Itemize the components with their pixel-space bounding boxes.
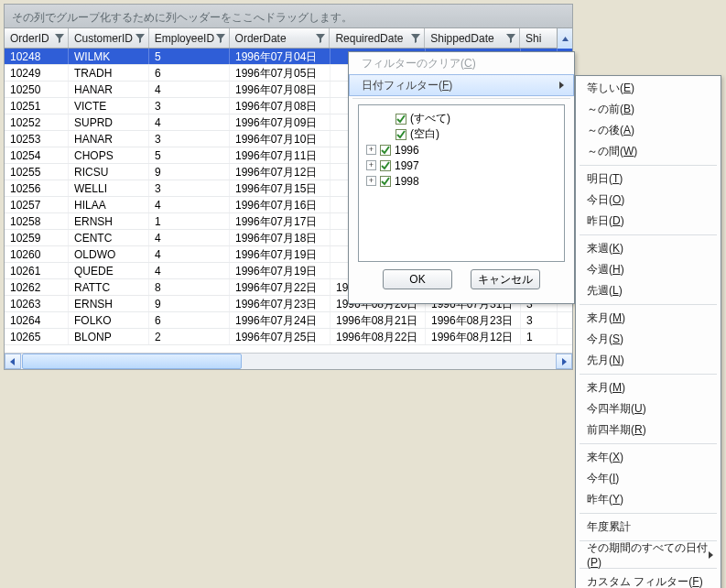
tree-item-1996[interactable]: + 1996 [363, 142, 560, 158]
table-row[interactable]: 10264FOLKO61996年07月24日1996年08月21日1996年08… [5, 312, 572, 329]
menu-item-label: 前四半期(R) [587, 422, 646, 438]
submenu-item[interactable]: 先月(N) [576, 350, 721, 371]
scroll-up-button[interactable] [557, 28, 572, 49]
tree-item-blank[interactable]: (空白) [363, 126, 560, 142]
cell: 1996年07月25日 [230, 329, 330, 344]
column-header-orderdate[interactable]: OrderDate [230, 28, 330, 48]
button-label: OK [409, 273, 425, 286]
cell: 3 [149, 180, 230, 196]
submenu-item[interactable]: 年度累計 [576, 517, 721, 538]
cell: HILAA [69, 197, 149, 212]
cell: 10252 [5, 114, 69, 130]
submenu-item[interactable]: 明日(T) [576, 169, 721, 190]
menu-item-label: 来月(M) [587, 310, 625, 326]
table-row[interactable]: 10265BLONP21996年07月25日1996年08月22日1996年08… [5, 329, 572, 345]
column-header-label: OrderID [10, 32, 49, 45]
cell: HANAR [69, 82, 149, 97]
submenu-item[interactable]: 前四半期(R) [576, 419, 721, 441]
expand-icon[interactable]: + [366, 160, 376, 170]
submenu-item[interactable]: 今年(I) [576, 468, 721, 489]
tree-item-1998[interactable]: + 1998 [363, 173, 560, 189]
filter-popup: フィルターのクリア(C) 日付フィルター(F) (すべて) (空白) + 199… [348, 51, 575, 304]
cell: 1996年07月18日 [230, 230, 330, 245]
cell: 10265 [5, 329, 69, 344]
menu-item-label: ～の間(W) [587, 144, 637, 159]
submenu-item[interactable]: 来月(M) [576, 308, 721, 329]
tree-item-label: 1998 [395, 175, 419, 188]
horizontal-scrollbar[interactable] [5, 353, 572, 369]
menu-item-label: 年度累計 [587, 519, 631, 535]
submenu-item[interactable]: 来週(K) [576, 238, 721, 259]
date-filter-menu-item[interactable]: 日付フィルター(F) [349, 74, 574, 96]
column-header-employeeid[interactable]: EmployeeID [149, 28, 230, 48]
tree-item-1997[interactable]: + 1997 [363, 158, 560, 173]
cell: SUPRD [69, 114, 149, 130]
submenu-item[interactable]: 来月(M) [576, 377, 721, 398]
menu-item-label: フィルターのクリア(C) [362, 56, 476, 71]
checked-checkbox-icon[interactable] [380, 176, 391, 187]
ok-button[interactable]: OK [383, 269, 452, 289]
cell: 1996年07月12日 [230, 164, 330, 180]
submenu-item[interactable]: ～の後(A) [576, 120, 721, 141]
expand-icon[interactable]: + [366, 145, 376, 155]
submenu-item[interactable]: 今週(H) [576, 259, 721, 280]
scroll-right-button[interactable] [556, 354, 572, 369]
filter-icon[interactable] [506, 34, 515, 43]
submenu-item[interactable]: 昨日(D) [576, 211, 721, 232]
scroll-left-button[interactable] [5, 354, 21, 369]
clear-filter-menu-item: フィルターのクリア(C) [349, 52, 574, 74]
filter-icon[interactable] [55, 34, 64, 43]
cell: 1996年07月23日 [230, 296, 330, 311]
column-header-ship[interactable]: Shi [520, 28, 557, 48]
filter-icon[interactable] [316, 34, 325, 43]
cell: 1996年07月17日 [230, 213, 330, 229]
submenu-item[interactable]: その期間のすべての日付(P) [576, 544, 721, 565]
submenu-item[interactable]: 今四半期(U) [576, 398, 721, 419]
submenu-item[interactable]: カスタム フィルター(F) [576, 572, 721, 588]
menu-item-label: ～の前(B) [587, 102, 634, 117]
scroll-thumb[interactable] [22, 354, 242, 369]
checked-checkbox-icon[interactable] [380, 145, 391, 156]
checked-checkbox-icon[interactable] [396, 114, 406, 125]
tree-item-all[interactable]: (すべて) [363, 111, 560, 126]
menu-item-label: カスタム フィルター(F) [587, 574, 703, 588]
submenu-item[interactable]: 先週(L) [576, 280, 721, 301]
chevron-right-icon [559, 82, 564, 89]
cell: 4 [149, 114, 230, 130]
cell: 1996年07月22日 [230, 279, 330, 295]
submenu-item[interactable]: 等しい(E) [576, 78, 721, 99]
cell: BLONP [69, 329, 149, 344]
menu-item-label: 今月(S) [587, 332, 623, 347]
cancel-button[interactable]: キャンセル [471, 269, 540, 289]
checked-checkbox-icon[interactable] [380, 160, 391, 171]
cell: 1996年07月11日 [230, 147, 330, 163]
submenu-item[interactable]: 今月(S) [576, 329, 721, 350]
filter-tree[interactable]: (すべて) (空白) + 1996 + 1997 + 1998 [358, 104, 565, 262]
submenu-item[interactable]: ～の間(W) [576, 141, 721, 162]
column-header-orderid[interactable]: OrderID [5, 28, 69, 48]
cell: TRADH [69, 65, 149, 81]
menu-item-label: 来年(X) [587, 450, 623, 465]
column-header-requireddate[interactable]: RequiredDate [330, 28, 425, 48]
cell: 6 [149, 65, 230, 81]
filter-icon[interactable] [411, 34, 420, 43]
filter-icon[interactable] [135, 34, 145, 43]
submenu-item[interactable]: 来年(X) [576, 447, 721, 468]
cell: 2 [149, 329, 230, 344]
column-header-customerid[interactable]: CustomerID [69, 28, 149, 48]
checked-checkbox-icon[interactable] [396, 129, 406, 140]
cell: 1 [149, 213, 230, 229]
column-header-label: ShippedDate [430, 32, 493, 45]
menu-item-label: 来週(K) [587, 241, 623, 256]
column-header-label: CustomerID [74, 32, 133, 45]
submenu-item[interactable]: 今日(O) [576, 190, 721, 211]
submenu-item[interactable]: ～の前(B) [576, 99, 721, 120]
submenu-item[interactable]: 昨年(Y) [576, 489, 721, 510]
cell: 1996年07月15日 [230, 180, 330, 196]
filter-icon[interactable] [216, 34, 225, 43]
column-header-shippeddate[interactable]: ShippedDate [425, 28, 520, 48]
cell: 3 [149, 98, 230, 114]
separator [580, 443, 717, 444]
expand-icon[interactable]: + [366, 176, 376, 186]
group-by-panel[interactable]: その列でグループ化するために列ヘッダーをここへドラッグします。 [5, 5, 572, 28]
